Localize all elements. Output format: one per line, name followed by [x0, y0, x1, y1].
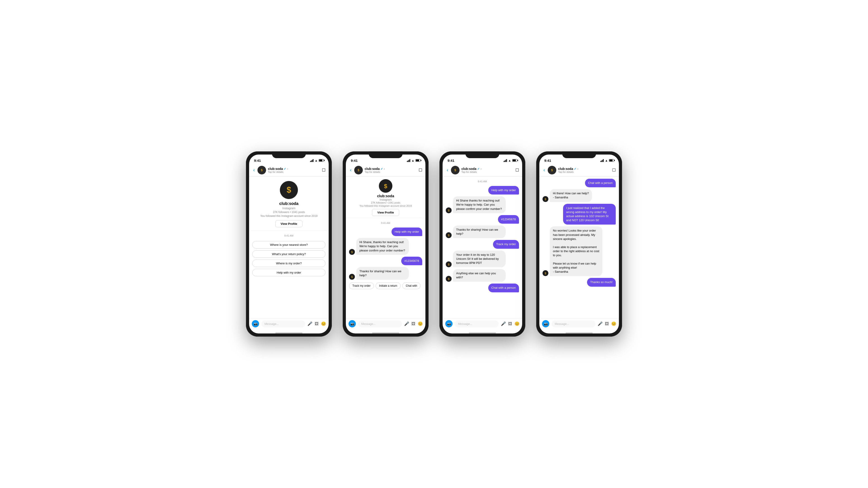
battery-3 [512, 159, 517, 162]
video-button-3[interactable]: ☐ [515, 168, 519, 173]
chips-row-2: Track my order Initiate a return Chat wi… [349, 282, 422, 291]
video-button-2[interactable]: ☐ [418, 168, 422, 173]
msg-row-3-7: Chat with a person [446, 284, 519, 292]
nav-bar-1: ‹ $ club:soda ✓ › Tap for details ☐ [249, 164, 329, 176]
msg-avatar-4a: $ [542, 196, 548, 202]
message-input-4[interactable]: Message... [552, 320, 595, 327]
status-icons-4: ▲ [600, 159, 614, 162]
profile-mini-2: $ club:soda Instagram 27K followers • 10… [346, 176, 426, 218]
profile-avatar-mini-2: $ [379, 179, 393, 193]
msg-avatar-2b: $ [349, 274, 355, 280]
bubble-4-1: Hi there! How can we help? - Samantha [550, 189, 592, 202]
home-indicator-3 [469, 332, 496, 333]
back-button-2[interactable]: ‹ [349, 167, 352, 173]
nav-avatar-4: $ [548, 166, 556, 174]
notch-2 [369, 151, 403, 158]
camera-button-3[interactable]: 📷 [445, 320, 453, 327]
message-input-2[interactable]: Message... [358, 320, 402, 327]
status-time-3: 9:41 [447, 159, 454, 162]
camera-button-2[interactable]: 📷 [348, 320, 356, 327]
view-profile-button-1[interactable]: View Profile [275, 220, 302, 227]
phone-3: 9:41 ▲ ‹ $ [439, 151, 525, 337]
profile-avatar-large-1: $ [280, 181, 298, 199]
video-button-1[interactable]: ☐ [322, 168, 326, 173]
qr-where-order[interactable]: Where is my order? [252, 260, 326, 267]
camera-button-1[interactable]: 📷 [252, 320, 259, 327]
nav-info-2: club:soda ✓ › Tap for details [365, 167, 417, 173]
bottom-bar-2: 📷 Message... 🎤 🖼 😊 [346, 318, 426, 331]
back-button-3[interactable]: ‹ [446, 167, 449, 173]
gallery-icon-1[interactable]: 🖼 [315, 322, 319, 326]
msg-avatar-4b: $ [542, 270, 548, 276]
view-profile-button-2[interactable]: View Profile [372, 209, 399, 216]
msg-avatar-3a: $ [446, 207, 452, 213]
nav-bar-3: ‹ $ club:soda ✓ › Tap for details ☐ [442, 164, 522, 176]
back-button-1[interactable]: ‹ [252, 167, 256, 173]
msg-row-3-1: $ Hi Shane thanks for reaching out! We'r… [446, 196, 519, 213]
camera-button-4[interactable]: 📷 [542, 320, 549, 327]
nav-sub-2: Tap for details [365, 170, 417, 173]
mic-icon-3[interactable]: 🎤 [501, 321, 506, 326]
bubble-4-4: Thanks so much! [587, 278, 616, 287]
input-icons-2: 🎤 🖼 😊 [404, 321, 423, 326]
sticker-icon-1[interactable]: 😊 [321, 321, 326, 326]
bubble-3-7: Chat with a person [488, 284, 519, 292]
bubble-4-0: Chat with a person [585, 179, 616, 187]
wifi-icon-3: ▲ [508, 159, 511, 162]
bubble-2-3: Thanks for sharing! How can we help? [356, 267, 409, 280]
sticker-icon-2[interactable]: 😊 [418, 321, 423, 326]
notch-1 [272, 151, 306, 158]
msg-row-2-3: $ Thanks for sharing! How can we help? [349, 267, 422, 280]
svg-text:$: $ [351, 251, 353, 254]
qr-nearest-store[interactable]: Where is your nearest store? [252, 241, 326, 249]
gallery-icon-4[interactable]: 🖼 [605, 322, 609, 326]
back-button-4[interactable]: ‹ [542, 167, 546, 173]
qr-return-policy[interactable]: What's your return policy? [252, 250, 326, 258]
bubble-3-2: #12345678 [498, 215, 519, 224]
msg-row-3-6: $ Anything else we can help you with? [446, 269, 519, 282]
nav-avatar-2: $ [354, 166, 363, 174]
verified-3: ✓ [477, 167, 480, 170]
message-input-3[interactable]: Message... [455, 320, 499, 327]
mic-icon-2[interactable]: 🎤 [404, 321, 409, 326]
sticker-icon-3[interactable]: 😊 [515, 321, 520, 326]
mic-icon-4[interactable]: 🎤 [598, 321, 602, 326]
nav-name-2: club:soda ✓ › [365, 167, 417, 170]
svg-text:$: $ [545, 272, 546, 275]
msg-row-4-0: Chat with a person [542, 179, 616, 187]
battery-4 [609, 159, 614, 162]
signal-bars-3 [504, 159, 507, 162]
bottom-bar-4: 📷 Message... 🎤 🖼 😊 [539, 318, 619, 331]
nav-name-4: club:soda ✓ › [558, 167, 610, 170]
message-input-1[interactable]: Message... [261, 320, 305, 327]
msg-row-2-0: Help with my order [349, 228, 422, 236]
nav-avatar-3: $ [451, 166, 460, 174]
chip-track-order-2[interactable]: Track my order [349, 283, 374, 289]
msg-row-3-4: Track my order [446, 240, 519, 249]
timestamp-3: 9:41 AM [446, 180, 519, 183]
chat-area-4: Chat with a person $ Hi there! How can w… [539, 176, 619, 318]
qr-help-order-1[interactable]: Help with my order [252, 269, 326, 276]
chip-initiate-return-2[interactable]: Initiate a return [376, 283, 401, 289]
msg-row-3-0: Help with my order [446, 186, 519, 195]
wifi-icon-4: ▲ [605, 159, 608, 162]
profile-platform-1: Instagram [282, 206, 296, 210]
mic-icon-1[interactable]: 🎤 [307, 321, 312, 326]
timestamp-2: 9:41 AM [349, 222, 422, 224]
nav-sub-1: Tap for details [268, 170, 320, 173]
gallery-icon-3[interactable]: 🖼 [508, 322, 512, 326]
sticker-icon-4[interactable]: 😊 [611, 321, 616, 326]
bottom-bar-1: 📷 Message... 🎤 🖼 😊 [249, 318, 329, 331]
status-time-1: 9:41 [254, 159, 261, 162]
signal-bars-2 [407, 159, 410, 162]
gallery-icon-2[interactable]: 🖼 [411, 322, 415, 326]
nav-sub-4: Tap for details [558, 170, 610, 173]
video-button-4[interactable]: ☐ [612, 168, 616, 173]
bubble-3-4: Track my order [493, 240, 519, 249]
quick-replies-1: Where is your nearest store? What's your… [252, 241, 326, 276]
signal-bar-1 [310, 161, 311, 162]
bubble-3-1: Hi Shane thanks for reaching out! We're … [453, 196, 506, 213]
bubble-4-2: I just realized that I added the wrong a… [563, 204, 616, 225]
phone-2: 9:41 ▲ ‹ $ [343, 151, 429, 337]
chip-chat-person-2[interactable]: Chat with [402, 283, 421, 289]
